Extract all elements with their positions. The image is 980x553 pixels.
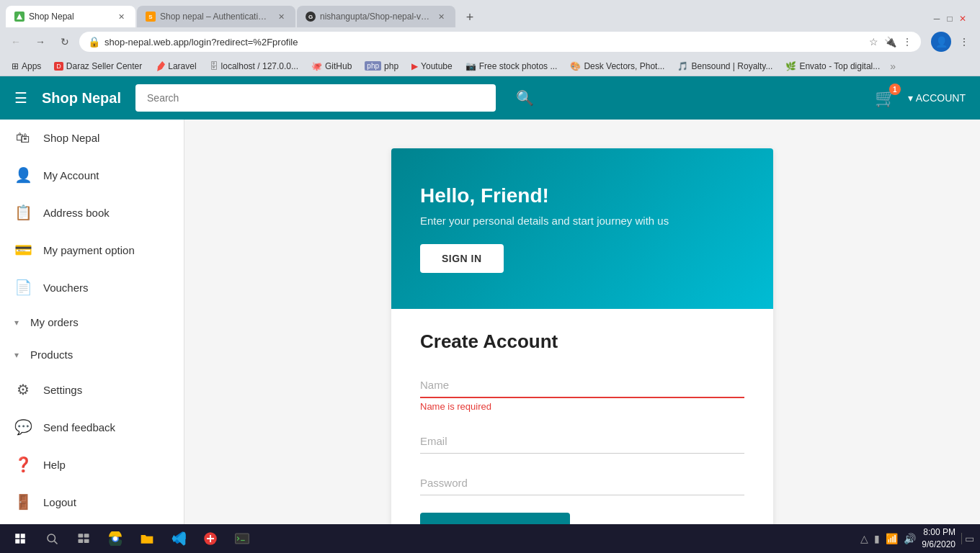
- search-input[interactable]: [135, 84, 496, 112]
- tab-3-close[interactable]: ✕: [435, 11, 447, 22]
- taskbar-chrome[interactable]: [101, 526, 130, 552]
- svg-point-8: [113, 536, 117, 541]
- sidebar-item-send-feedback-label: Send feedback: [43, 421, 169, 433]
- sidebar-item-payment[interactable]: 💳 My payment option: [0, 231, 184, 269]
- auth-form: Create Account Name is required CREATE A…: [391, 309, 773, 553]
- taskbar-clock[interactable]: 8:00 PM 9/6/2020: [922, 526, 956, 551]
- tab-2[interactable]: S Shop nepal – Authentication – Fi... ✕: [137, 6, 295, 27]
- bookmark-envato[interactable]: 🌿 Envato - Top digital...: [780, 60, 886, 73]
- bookmark-apps[interactable]: ⊞ Apps: [6, 60, 47, 73]
- browser-menu-button[interactable]: ⋮: [954, 32, 974, 52]
- search-button[interactable]: 🔍: [516, 89, 534, 107]
- bookmark-laravel[interactable]: Laravel: [149, 60, 202, 73]
- sidebar: 🛍 Shop Nepal 👤 My Account 📋 Address book…: [0, 120, 184, 553]
- extensions-icon[interactable]: 🔌: [884, 36, 896, 48]
- app-body: 🛍 Shop Nepal 👤 My Account 📋 Address book…: [0, 120, 980, 553]
- start-button[interactable]: [6, 526, 35, 552]
- cart-icon-wrap[interactable]: 🛒 1: [875, 88, 896, 108]
- taskbar-terminal[interactable]: [228, 526, 257, 552]
- taskbar-right: △ ▮ 📶 🔊 8:00 PM 9/6/2020 ▭: [860, 526, 974, 551]
- taskbar-search[interactable]: [37, 526, 66, 552]
- bookmark-youtube-label: Youtube: [421, 61, 453, 71]
- account-chevron-icon: ▾: [908, 92, 913, 104]
- sidebar-item-address-book[interactable]: 📋 Address book: [0, 194, 184, 231]
- sidebar-item-logout[interactable]: 🚪 Logout: [0, 483, 184, 521]
- payment-icon: 💳: [14, 241, 32, 258]
- sidebar-item-vouchers[interactable]: 📄 Vouchers: [0, 269, 184, 306]
- menu-icon[interactable]: ☰: [14, 89, 27, 107]
- reload-button[interactable]: ↻: [55, 32, 75, 52]
- sidebar-item-shop-nepal-label: Shop Nepal: [43, 132, 169, 144]
- my-account-icon: 👤: [14, 166, 32, 184]
- address-book-icon: 📋: [14, 204, 32, 221]
- close-window-button[interactable]: ✕: [957, 13, 968, 24]
- back-button[interactable]: ←: [6, 32, 26, 52]
- bookmark-bensound[interactable]: 🎵 Bensound | Royalty...: [672, 60, 778, 73]
- tab-bar: Shop Nepal ✕ S Shop nepal – Authenticati…: [0, 0, 980, 27]
- tab-3[interactable]: G nishangupta/Shop-nepal-vuex-fi... ✕: [297, 6, 455, 27]
- my-orders-chevron-icon: ▾: [14, 318, 19, 328]
- tab-2-close[interactable]: ✕: [275, 11, 287, 22]
- sidebar-item-my-orders[interactable]: ▾ My orders: [0, 306, 184, 338]
- sidebar-item-help[interactable]: ❓ Help: [0, 446, 184, 483]
- address-bar[interactable]: 🔒 shop-nepal.web.app/login?redirect=%2Fp…: [79, 32, 921, 52]
- bookmark-freestockphotos[interactable]: 📷 Free stock photos ...: [460, 60, 564, 73]
- minimize-button[interactable]: ─: [931, 13, 943, 24]
- feedback-icon: 💬: [14, 418, 32, 436]
- tab-1[interactable]: Shop Nepal ✕: [6, 6, 135, 27]
- taskbar-extra-1[interactable]: [196, 526, 225, 552]
- name-error-message: Name is required: [420, 401, 744, 412]
- taskbar-notification-icon[interactable]: △: [860, 533, 868, 544]
- star-icon[interactable]: ☆: [869, 36, 878, 48]
- sidebar-item-products[interactable]: ▾ Products: [0, 338, 184, 371]
- settings-icon: ⚙: [14, 381, 32, 398]
- sidebar-item-logout-label: Logout: [43, 496, 169, 508]
- new-tab-button[interactable]: +: [460, 7, 480, 27]
- forward-button[interactable]: →: [30, 32, 50, 52]
- bookmark-freestockphotos-label: Free stock photos ...: [479, 61, 558, 71]
- tab-1-close[interactable]: ✕: [115, 11, 127, 22]
- taskbar-wifi-icon: 📶: [886, 533, 898, 544]
- email-input[interactable]: [420, 429, 744, 454]
- taskbar-volume-icon[interactable]: 🔊: [904, 533, 916, 544]
- bookmark-daraz[interactable]: D Daraz Seller Center: [48, 60, 148, 73]
- svg-rect-5: [79, 539, 84, 543]
- sidebar-item-settings-label: Settings: [43, 384, 169, 396]
- svg-rect-10: [236, 534, 249, 544]
- taskbar-vscode[interactable]: [164, 526, 193, 552]
- sidebar-item-settings[interactable]: ⚙ Settings: [0, 371, 184, 408]
- url-text: shop-nepal.web.app/login?redirect=%2Fpro…: [104, 37, 865, 48]
- bookmark-github[interactable]: 🐙 GitHub: [306, 60, 357, 73]
- taskbar-task-view[interactable]: [69, 526, 98, 552]
- header-logo[interactable]: Shop Nepal: [42, 90, 121, 107]
- name-input[interactable]: [420, 373, 744, 398]
- bookmarks-more-button[interactable]: »: [890, 60, 896, 72]
- sidebar-item-help-label: Help: [43, 459, 169, 471]
- taskbar-file-explorer[interactable]: [133, 526, 161, 552]
- taskbar: △ ▮ 📶 🔊 8:00 PM 9/6/2020 ▭: [0, 524, 980, 553]
- auth-card: Hello, Friend! Enter your personal detai…: [391, 148, 773, 553]
- taskbar-date-text: 9/6/2020: [922, 539, 956, 551]
- sidebar-item-send-feedback[interactable]: 💬 Send feedback: [0, 408, 184, 446]
- tab-3-title: nishangupta/Shop-nepal-vuex-fi...: [320, 12, 431, 22]
- bookmark-envato-label: Envato - Top digital...: [799, 61, 880, 71]
- taskbar-show-desktop[interactable]: ▭: [961, 533, 974, 544]
- maximize-button[interactable]: □: [944, 13, 956, 24]
- bookmark-localhost[interactable]: 🗄 localhost / 127.0.0...: [204, 60, 304, 73]
- bookmark-deskvectors[interactable]: 🎨 Desk Vectors, Phot...: [564, 60, 670, 73]
- user-profile-icon[interactable]: 👤: [931, 32, 951, 52]
- bookmark-youtube[interactable]: ▶ Youtube: [406, 60, 458, 73]
- sign-in-button[interactable]: SIGN IN: [420, 244, 504, 273]
- window-controls: ─ □ ✕: [931, 13, 974, 27]
- taskbar-time-text: 8:00 PM: [922, 526, 956, 539]
- bookmark-php[interactable]: php php: [359, 60, 404, 73]
- auth-hero: Hello, Friend! Enter your personal detai…: [391, 148, 773, 309]
- sidebar-item-shop-nepal[interactable]: 🛍 Shop Nepal: [0, 120, 184, 156]
- password-input[interactable]: [420, 471, 744, 495]
- tab-1-title: Shop Nepal: [29, 12, 111, 22]
- more-icon[interactable]: ⋮: [902, 36, 912, 48]
- sidebar-item-my-account[interactable]: 👤 My Account: [0, 156, 184, 194]
- bookmark-bensound-label: Bensound | Royalty...: [691, 61, 772, 71]
- sidebar-item-my-orders-label: My orders: [30, 316, 169, 328]
- account-button[interactable]: ▾ ACCOUNT: [908, 92, 966, 104]
